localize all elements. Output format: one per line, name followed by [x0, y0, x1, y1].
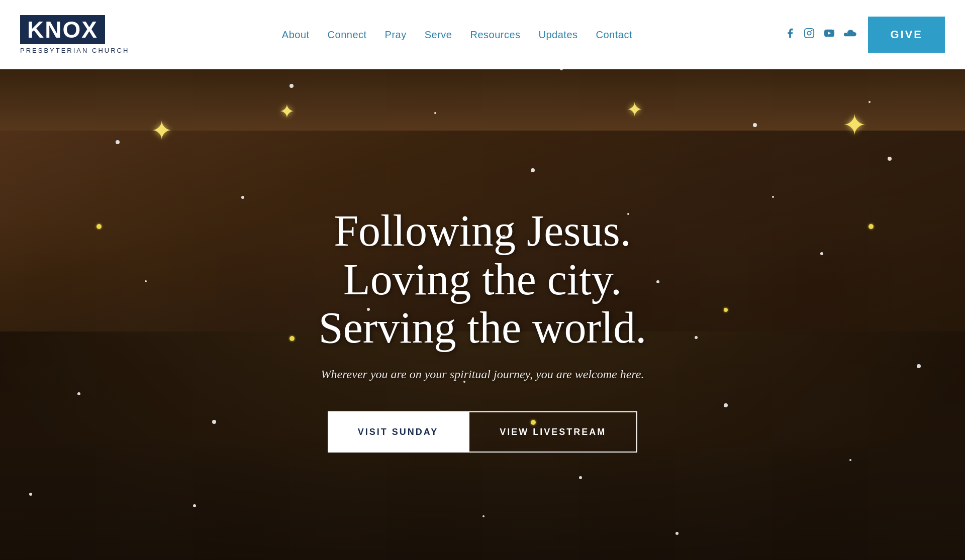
headline-line2: Loving the city. [343, 255, 622, 304]
youtube-icon[interactable] [823, 28, 836, 42]
header-right: GIVE [785, 17, 945, 53]
nav-contact[interactable]: Contact [596, 29, 632, 41]
headline-line3: Serving the world. [319, 303, 647, 352]
view-livestream-button[interactable]: VIEW LIVESTREAM [468, 411, 637, 453]
hero-subtext: Wherever you are on your spiritual journ… [321, 368, 644, 381]
hero-headline: Following Jesus. Loving the city. Servin… [319, 207, 647, 353]
give-button[interactable]: GIVE [868, 17, 945, 53]
main-nav: About Connect Pray Serve Resources Updat… [282, 29, 632, 41]
site-header: KNOX PRESBYTERIAN CHURCH About Connect P… [0, 0, 965, 69]
nav-connect[interactable]: Connect [328, 29, 367, 41]
social-icons [785, 28, 858, 42]
nav-about[interactable]: About [282, 29, 310, 41]
hero-buttons: VISIT SUNDAY VIEW LIVESTREAM [328, 411, 637, 453]
soundcloud-icon[interactable] [844, 28, 858, 42]
logo[interactable]: KNOX PRESBYTERIAN CHURCH [20, 15, 129, 54]
nav-pray[interactable]: Pray [385, 29, 407, 41]
nav-resources[interactable]: Resources [470, 29, 520, 41]
svg-rect-0 [805, 29, 814, 38]
hero-section: ✦ ✦ ✦ ✦ Following Jesus. Loving the city… [0, 0, 965, 560]
instagram-icon[interactable] [804, 28, 815, 42]
facebook-icon[interactable] [785, 28, 796, 42]
nav-updates[interactable]: Updates [539, 29, 578, 41]
svg-point-1 [808, 31, 811, 35]
nav-serve[interactable]: Serve [425, 29, 452, 41]
headline-line1: Following Jesus. [334, 206, 631, 255]
logo-name: KNOX [20, 15, 105, 44]
visit-sunday-button[interactable]: VISIT SUNDAY [328, 411, 468, 453]
svg-point-2 [811, 30, 813, 32]
logo-subtitle: PRESBYTERIAN CHURCH [20, 47, 129, 54]
hero-content: Following Jesus. Loving the city. Servin… [0, 69, 965, 560]
